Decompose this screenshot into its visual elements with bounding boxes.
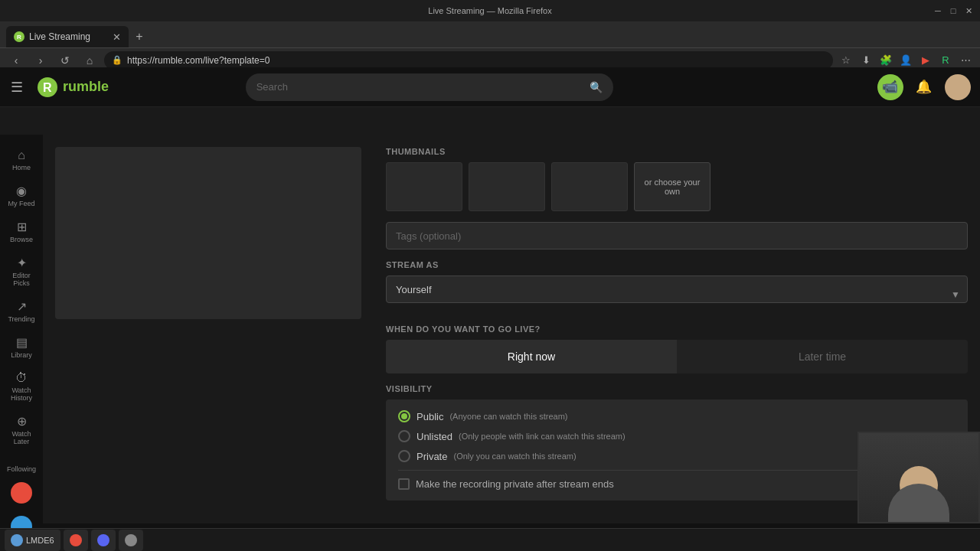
public-label: Public <box>416 411 443 422</box>
page: ⌂ Home ◉ My Feed ⊞ Browse ✦ Editor Picks… <box>0 135 980 551</box>
visibility-label: VISIBILITY <box>386 384 968 393</box>
notifications-bell[interactable]: 🔔 <box>911 74 937 100</box>
visibility-public[interactable]: Public (Anyone can watch this stream) <box>398 410 956 422</box>
thumbnail-3[interactable] <box>551 162 628 211</box>
maximize-button[interactable]: □ <box>948 5 959 16</box>
watch-later-icon: ⊕ <box>17 414 27 429</box>
close-button[interactable]: ✕ <box>963 5 974 16</box>
sidebar-item-home[interactable]: ⌂ Home <box>2 144 41 176</box>
rumble-nav-icon[interactable]: R <box>937 52 954 69</box>
video-preview <box>55 147 361 319</box>
settings-icon <box>125 534 137 546</box>
profile-icon[interactable]: 👤 <box>897 52 914 69</box>
main-content: THUMBNAILS or choose your own STREAM AS … <box>43 135 980 551</box>
stream-as-label: STREAM AS <box>386 260 968 269</box>
taskbar-settings[interactable] <box>119 530 143 551</box>
choose-own-label: or choose your own <box>638 178 707 196</box>
nav-icons: ☆ ⬇ 🧩 👤 ▶ R ⋯ <box>838 52 974 69</box>
hamburger-menu[interactable]: ☰ <box>6 74 28 100</box>
window-controls: ─ □ ✕ <box>933 5 974 16</box>
private-label: Private <box>416 451 447 462</box>
watch-history-icon: ⏱ <box>15 371 28 385</box>
recording-private-checkbox[interactable] <box>398 478 410 490</box>
public-sublabel: (Anyone can watch this stream) <box>449 412 567 421</box>
recording-private-label: Make the recording private after stream … <box>416 478 614 490</box>
svg-text:R: R <box>43 81 52 94</box>
window-title: Live Streaming — Mozilla Firefox <box>428 6 551 15</box>
sidebar-following-1[interactable] <box>2 478 41 508</box>
sidebar-item-trending[interactable]: ↗ Trending <box>2 295 41 328</box>
private-sublabel: (Only you can watch this stream) <box>453 452 576 461</box>
unlisted-sublabel: (Only people with link can watch this st… <box>459 432 626 441</box>
search-bar[interactable]: 🔍 <box>246 73 613 101</box>
extension-icon[interactable]: 🧩 <box>877 52 894 69</box>
taskbar-discord[interactable] <box>91 530 116 551</box>
thumbnail-choose-own[interactable]: or choose your own <box>634 162 710 211</box>
sidebar-browse-label: Browse <box>10 236 33 243</box>
sidebar: ⌂ Home ◉ My Feed ⊞ Browse ✦ Editor Picks… <box>0 135 43 551</box>
sidebar-item-watch-history[interactable]: ⏱ Watch History <box>2 367 41 406</box>
discord-icon <box>97 534 109 546</box>
minimize-button[interactable]: ─ <box>933 5 943 16</box>
firefox-icon <box>70 534 82 546</box>
right-now-button[interactable]: Right now <box>386 340 677 373</box>
download-icon[interactable]: ⬇ <box>858 52 874 69</box>
youtube-icon[interactable]: ▶ <box>917 52 934 69</box>
library-icon: ▤ <box>16 335 28 350</box>
unlisted-label: Unlisted <box>416 431 452 442</box>
tab-close-button[interactable]: ✕ <box>113 31 121 43</box>
url-text: https://rumble.com/live?template=0 <box>127 55 270 66</box>
rumble-logo-icon: R <box>37 77 58 98</box>
private-radio-circle <box>398 450 410 462</box>
bookmark-icon[interactable]: ☆ <box>838 52 854 69</box>
search-input[interactable] <box>256 81 583 93</box>
tab-favicon: R <box>14 31 24 42</box>
sidebar-home-label: Home <box>12 164 31 171</box>
when-live-label: WHEN DO YOU WANT TO GO LIVE? <box>386 324 968 334</box>
later-time-button[interactable]: Later time <box>677 340 968 373</box>
following-avatar-1 <box>11 482 32 504</box>
active-tab[interactable]: R Live Streaming ✕ <box>6 26 129 47</box>
sidebar-watch-history-label: Watch History <box>5 386 38 402</box>
taskbar: LMDE6 <box>0 528 980 551</box>
webcam-body <box>888 484 949 522</box>
title-bar: Live Streaming — Mozilla Firefox ─ □ ✕ <box>0 0 980 21</box>
taskbar-firefox[interactable] <box>64 530 88 551</box>
sidebar-item-watch-later[interactable]: ⊕ Watch Later <box>2 409 41 450</box>
home-icon: ⌂ <box>18 148 25 162</box>
thumbnail-1[interactable] <box>386 162 462 211</box>
unlisted-radio-circle <box>398 430 410 442</box>
search-icon: 🔍 <box>590 81 603 93</box>
lmde-icon <box>11 534 23 546</box>
stream-as-select[interactable]: Yourself <box>386 276 968 303</box>
sidebar-myfeed-label: My Feed <box>8 200 34 207</box>
sidebar-item-browse[interactable]: ⊞ Browse <box>2 215 41 248</box>
browser-chrome: Live Streaming — Mozilla Firefox ─ □ ✕ R… <box>0 0 980 67</box>
thumbnails-label: THUMBNAILS <box>386 147 968 156</box>
public-radio-dot <box>401 413 407 419</box>
when-live-buttons: Right now Later time <box>386 340 968 373</box>
following-label: Following <box>7 462 36 474</box>
lock-icon: 🔒 <box>112 55 122 65</box>
sidebar-item-library[interactable]: ▤ Library <box>2 331 41 364</box>
menu-icon[interactable]: ⋯ <box>957 52 974 69</box>
tags-input[interactable] <box>386 222 968 249</box>
trending-icon: ↗ <box>17 299 27 314</box>
sidebar-trending-label: Trending <box>8 315 34 323</box>
user-avatar[interactable] <box>945 74 971 100</box>
sidebar-editor-picks-label: Editor Picks <box>5 272 38 287</box>
thumbnails-row: or choose your own <box>386 162 968 211</box>
thumbnail-2[interactable] <box>469 162 545 211</box>
sidebar-item-myfeed[interactable]: ◉ My Feed <box>2 179 41 212</box>
left-panel <box>43 135 380 551</box>
new-tab-button[interactable]: + <box>129 26 150 47</box>
rumble-logo[interactable]: R rumble <box>37 77 109 98</box>
taskbar-lmde[interactable]: LMDE6 <box>5 530 60 551</box>
rumble-logo-text: rumble <box>63 79 109 95</box>
create-video-button[interactable]: 📹 <box>877 74 903 100</box>
webcam-person <box>859 433 978 522</box>
url-bar[interactable]: 🔒 https://rumble.com/live?template=0 <box>104 51 833 70</box>
sidebar-watch-later-label: Watch Later <box>5 430 38 445</box>
sidebar-item-editor-picks[interactable]: ✦ Editor Picks <box>2 251 41 292</box>
header-right: 📹 🔔 <box>877 74 971 100</box>
